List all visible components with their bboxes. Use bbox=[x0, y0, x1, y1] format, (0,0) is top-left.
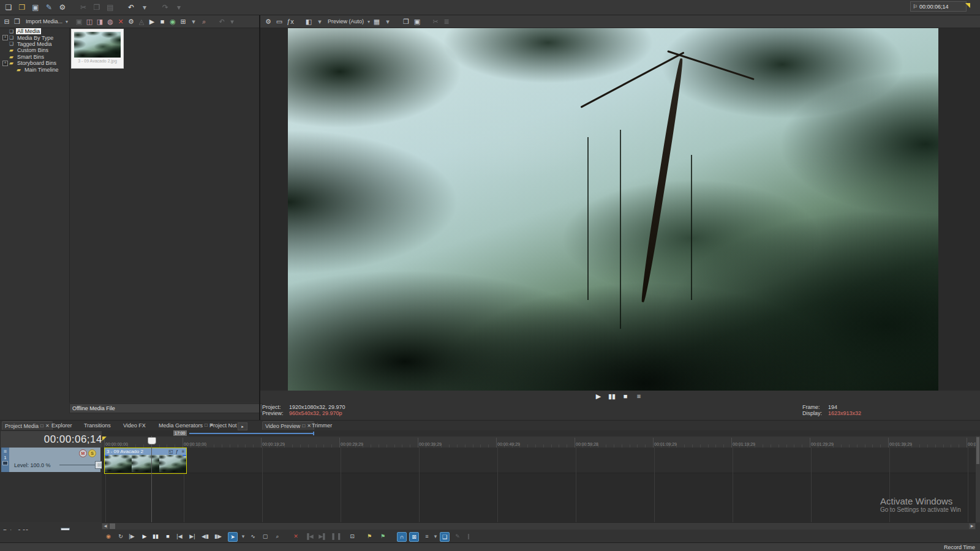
get-media-web-icon[interactable]: ◍ bbox=[106, 17, 115, 26]
media-properties-icon[interactable]: ⚙ bbox=[127, 17, 135, 26]
dock-panel-icon[interactable]: ⊟ bbox=[2, 17, 11, 26]
redo-dropdown-icon[interactable]: ▾ bbox=[174, 2, 184, 13]
project-properties-icon[interactable]: ⚙ bbox=[58, 2, 67, 13]
media-thumbnail[interactable]: 3 - 09 Avacado 2.jpg bbox=[71, 29, 124, 69]
timeline-start-marker-icon[interactable] bbox=[102, 437, 107, 441]
import-media-icon[interactable]: ❒ bbox=[13, 17, 21, 26]
tree-item-all-media[interactable]: ❏ All Media bbox=[0, 28, 69, 34]
preview-quality-dropdown[interactable]: Preview (Auto) bbox=[328, 18, 364, 24]
undo-icon[interactable]: ↶ bbox=[126, 2, 136, 13]
mixer-icon[interactable]: ∥ bbox=[464, 532, 473, 541]
redo-icon[interactable]: ↷ bbox=[160, 2, 170, 13]
tree-item-smart-bins[interactable]: ▰ Smart Bins bbox=[0, 54, 69, 60]
track-header[interactable]: ≡ 1 M S Level: 100.0 % ▯▯ bbox=[1, 448, 100, 472]
video-track-lane[interactable] bbox=[102, 448, 980, 473]
tab-overflow-button[interactable]: ▸ bbox=[238, 422, 247, 430]
scroll-thumb[interactable] bbox=[976, 437, 979, 464]
preview-play-icon[interactable]: ▶ bbox=[594, 392, 603, 400]
go-to-start-icon[interactable]: |◀ bbox=[175, 532, 184, 541]
auto-preview-icon[interactable]: ◬ bbox=[137, 17, 146, 26]
timeline-scrub-strip[interactable]: 17:00 bbox=[102, 430, 980, 437]
event-menu-icon[interactable]: ≡ bbox=[180, 448, 186, 455]
timecode-display[interactable]: 00:00:06;14 bbox=[0, 430, 108, 449]
loop-playback-icon[interactable]: ↻ bbox=[116, 532, 125, 541]
tree-item-storyboard-bins[interactable]: + ▰ Storyboard Bins bbox=[0, 60, 69, 66]
tab-video-fx[interactable]: Video FX bbox=[121, 421, 148, 429]
pencil-tool-icon[interactable]: ✎ bbox=[453, 532, 462, 541]
clip-header[interactable]: 3 - 09 Avacado 2 ◱ƒ≡ bbox=[105, 448, 186, 455]
video-output-fx-icon[interactable]: ƒx bbox=[286, 17, 295, 26]
track-level-slider[interactable] bbox=[59, 465, 100, 465]
scrub-control-icon[interactable]: ✂ bbox=[431, 17, 440, 26]
go-to-end-icon[interactable]: ▶| bbox=[188, 532, 197, 541]
track-mute-button[interactable]: M bbox=[79, 449, 87, 457]
save-project-icon[interactable]: ▣ bbox=[31, 2, 40, 13]
scroll-right-button[interactable]: ▶ bbox=[969, 523, 975, 529]
media-fx-icon[interactable]: ◉ bbox=[168, 17, 177, 26]
timeline-ruler[interactable]: 00:00:00;0000:00:10;0000:00:19;2900:00:2… bbox=[102, 437, 980, 448]
playhead-handle[interactable] bbox=[148, 437, 156, 444]
ripple-type-icon[interactable]: ≡ bbox=[423, 532, 431, 541]
history-dropdown-icon[interactable]: ▾ bbox=[228, 17, 236, 26]
tab-project-notes[interactable]: Project Not bbox=[207, 421, 239, 429]
tab-dock-icon[interactable]: □ bbox=[302, 423, 305, 429]
tree-item-tagged-media[interactable]: ❏ Tagged Media bbox=[0, 41, 69, 47]
preview-quality-dropdown-icon[interactable]: ▾ bbox=[368, 19, 370, 24]
undo-dropdown-icon[interactable]: ▾ bbox=[140, 2, 149, 13]
enable-snapping-icon[interactable]: ∩ bbox=[397, 532, 407, 542]
selection-edit-tool-icon[interactable]: ▢ bbox=[261, 532, 270, 541]
views-dropdown-icon[interactable]: ▾ bbox=[189, 17, 198, 26]
capture-video-icon[interactable]: ◫ bbox=[85, 17, 94, 26]
tab-video-preview[interactable]: Video Preview □ ✕ bbox=[262, 421, 314, 430]
external-monitor-icon[interactable]: ▭ bbox=[275, 17, 284, 26]
tab-dock-icon[interactable]: □ bbox=[40, 423, 43, 429]
lock-icon[interactable]: ⊡ bbox=[348, 532, 356, 541]
track-menu-icon[interactable]: ≡ bbox=[4, 448, 7, 455]
next-frame-icon[interactable]: ▮▶ bbox=[214, 532, 222, 541]
playhead-line[interactable] bbox=[151, 436, 152, 522]
timeline-event-clip[interactable]: 3 - 09 Avacado 2 ◱ƒ≡ bbox=[104, 448, 187, 474]
timeline-vertical-scrollbar[interactable] bbox=[976, 436, 980, 522]
scroll-thumb[interactable] bbox=[110, 523, 115, 529]
event-fx-icon[interactable]: ƒ bbox=[174, 448, 180, 455]
extract-audio-icon[interactable]: ◨ bbox=[96, 17, 104, 26]
play-icon[interactable]: ▶ bbox=[140, 532, 149, 541]
tab-project-media[interactable]: Project Media □ ✕ bbox=[2, 421, 53, 430]
scroll-left-button[interactable]: ◀ bbox=[102, 523, 108, 529]
cursor-position-box[interactable]: ⚐ 00:00:06;14 bbox=[910, 1, 967, 12]
trim-end-icon[interactable]: ▶▌ bbox=[318, 532, 327, 541]
new-project-icon[interactable]: ❏ bbox=[4, 2, 13, 13]
timeline-empty-area[interactable] bbox=[102, 473, 980, 522]
previous-frame-icon[interactable]: ◀▮ bbox=[201, 532, 209, 541]
tree-item-custom-bins[interactable]: ▰ Custom Bins bbox=[0, 47, 69, 53]
loop-region-bar[interactable] bbox=[189, 433, 313, 434]
preview-pause-icon[interactable]: ▮▮ bbox=[608, 392, 616, 400]
stop-preview-icon[interactable]: ■ bbox=[158, 17, 167, 26]
overlays-dropdown-icon[interactable]: ▾ bbox=[383, 17, 392, 26]
paste-icon[interactable]: ▤ bbox=[105, 2, 115, 13]
envelope-edit-tool-icon[interactable]: ∿ bbox=[249, 532, 257, 541]
pause-icon[interactable]: ▮▮ bbox=[151, 532, 160, 541]
save-media-icon[interactable]: ▣ bbox=[75, 17, 83, 26]
play-from-start-icon[interactable]: |▶ bbox=[127, 532, 136, 541]
tree-item-main-timeline[interactable]: ▰ Main Timeline bbox=[0, 66, 69, 72]
trim-start-icon[interactable]: ▐◀ bbox=[305, 532, 314, 541]
ripple-dropdown-icon[interactable]: ▾ bbox=[431, 532, 440, 541]
split-screen-view-icon[interactable]: ◧ bbox=[304, 17, 313, 26]
import-media-button[interactable]: Import Media... bbox=[26, 18, 62, 24]
cut-icon[interactable]: ✂ bbox=[78, 2, 88, 13]
copy-snapshot-icon[interactable]: ❐ bbox=[402, 17, 410, 26]
start-preview-icon[interactable]: ▶ bbox=[148, 17, 156, 26]
search-media-icon[interactable]: ⌕ bbox=[200, 17, 208, 26]
preview-stop-icon[interactable]: ■ bbox=[621, 392, 630, 400]
group-events-icon[interactable]: ❑ bbox=[440, 532, 450, 542]
auto-ripple-icon[interactable]: ⊠ bbox=[409, 532, 419, 542]
tree-item-media-by-type[interactable]: + ❏ Media By Type bbox=[0, 34, 69, 40]
track-solo-button[interactable]: S bbox=[88, 449, 96, 457]
track-grip[interactable]: ≡ 1 bbox=[1, 448, 9, 472]
tab-transitions[interactable]: Transitions bbox=[81, 421, 113, 429]
split-screen-dropdown-icon[interactable]: ▾ bbox=[315, 17, 324, 26]
preview-playback-menu-icon[interactable]: ≡ bbox=[635, 392, 643, 400]
publish-project-icon[interactable]: ✎ bbox=[44, 2, 54, 13]
video-properties-icon[interactable]: ⚙ bbox=[264, 17, 273, 26]
